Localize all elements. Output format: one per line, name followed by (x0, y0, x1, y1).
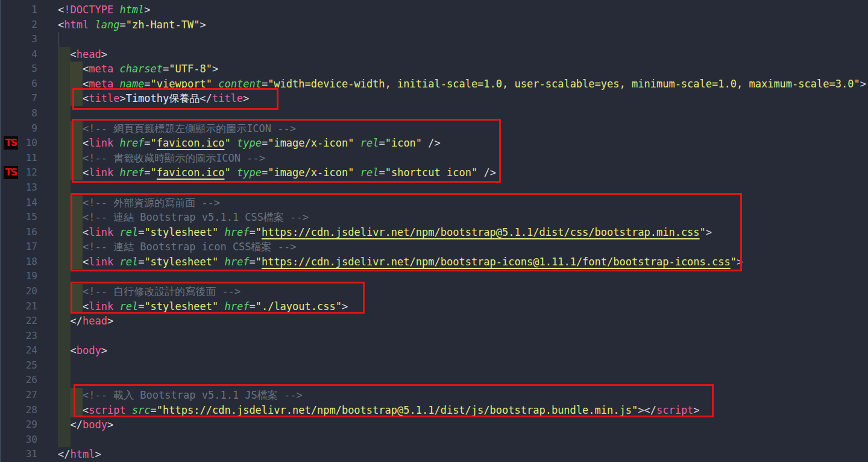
token-eq: = (119, 19, 125, 31)
line-number[interactable]: 13 (0, 180, 37, 195)
token-p: > (212, 63, 218, 75)
code-line[interactable]: 28 <script src="https://cdn.jsdelivr.net… (0, 403, 868, 418)
token-p: < (83, 166, 89, 179)
line-number[interactable]: 8 (0, 106, 37, 121)
line-number[interactable]: 2 (0, 17, 37, 33)
code-line[interactable]: 25 (0, 358, 868, 373)
line-number[interactable]: 11 (0, 151, 37, 166)
token-str: " (256, 226, 262, 238)
token-p (89, 19, 95, 31)
line-number[interactable]: 30 (0, 432, 37, 448)
code-text: <link rel="stylesheet" href="https://cdn… (58, 225, 712, 240)
token-p: > (342, 300, 348, 312)
token-txt: Timothy保養品 (126, 92, 200, 104)
code-line[interactable]: 6 <meta name="viewport" content="width=d… (0, 77, 868, 92)
code-line[interactable]: 3 (0, 32, 868, 47)
line-number[interactable]: 23 (0, 329, 37, 344)
line-number[interactable]: 1 (0, 2, 37, 17)
line-number[interactable]: 26 (0, 373, 37, 388)
code-line[interactable]: 30 (0, 432, 868, 448)
code-line[interactable]: 9 <!-- 網頁頁籤標題左側顯示的圖示ICON --> (0, 121, 868, 136)
indent-guide-block (58, 358, 71, 373)
code-line[interactable]: 27 <!-- 載入 Bootstrap v5.1.1 JS檔案 --> (0, 388, 868, 403)
token-p (113, 300, 119, 312)
code-line[interactable]: 1<!DOCTYPE html> (0, 2, 868, 17)
code-line[interactable]: 23 (0, 329, 868, 344)
code-line[interactable]: 20 <!-- 自行修改設計的寫後面 --> (0, 284, 868, 299)
code-line[interactable]: 15 <!-- 連結 Bootstrap v5.1.1 CSS檔案 --> (0, 210, 868, 225)
indent-guide-block (58, 180, 71, 195)
code-line[interactable]: 24 <body> (0, 343, 868, 358)
token-attr: rel (360, 137, 379, 149)
line-number[interactable]: 27 (0, 388, 37, 403)
code-text: <!-- 網頁頁籤標題左側顯示的圖示ICON --> (58, 121, 296, 136)
line-number[interactable]: 31 (0, 447, 37, 462)
code-line[interactable]: 10TS <link href="favicon.ico" type="imag… (0, 136, 868, 151)
line-number[interactable]: 22 (0, 314, 37, 329)
token-p: > (860, 78, 866, 90)
token-eq: = (138, 300, 144, 312)
token-p (113, 137, 119, 149)
code-line[interactable]: 12TS <link href="favicon.ico" type="imag… (0, 165, 868, 180)
token-tag: body (83, 419, 107, 431)
line-number[interactable]: 14 (0, 195, 37, 210)
token-tag: link (89, 226, 113, 238)
code-line[interactable]: 21 <link rel="stylesheet" href="./layout… (0, 299, 868, 314)
line-number[interactable]: 15 (0, 210, 37, 225)
code-line[interactable]: 11 <!-- 書籤收藏時顯示的圖示ICON --> (0, 151, 868, 166)
line-number[interactable]: 16 (0, 225, 37, 240)
code-line[interactable]: 16 <link rel="stylesheet" href="https://… (0, 225, 868, 240)
line-number[interactable]: 28 (0, 403, 37, 418)
code-text: <link rel="stylesheet" href="https://cdn… (58, 255, 743, 270)
line-number[interactable]: 6 (0, 77, 37, 92)
code-line[interactable]: 8 (0, 106, 868, 121)
code-line[interactable]: 26 (0, 373, 868, 388)
token-p (354, 137, 360, 149)
token-com: <!-- 載入 Bootstrap v5.1.1 JS檔案 --> (83, 389, 303, 401)
code-line[interactable]: 13 (0, 180, 868, 195)
line-number[interactable]: 18 (0, 255, 37, 270)
token-tag: link (89, 137, 113, 149)
token-link: favicon.ico (157, 166, 225, 179)
line-number[interactable]: 24 (0, 343, 37, 358)
line-number[interactable]: 17 (0, 239, 37, 255)
line-number[interactable]: 9 (0, 121, 37, 136)
token-str: "viewport" (151, 78, 212, 90)
token-attr: href (224, 256, 249, 268)
token-str: " (151, 166, 157, 179)
line-number[interactable]: 19 (0, 269, 37, 284)
line-number[interactable]: 25 (0, 358, 37, 373)
code-text: <!-- 載入 Bootstrap v5.1.1 JS檔案 --> (58, 388, 303, 403)
code-line[interactable]: 17 <!-- 連結 Bootstrap icon CSS檔案 --> (0, 239, 868, 255)
line-number[interactable]: 21 (0, 299, 37, 314)
code-area[interactable]: 1<!DOCTYPE html>2<html lang="zh-Hant-TW"… (0, 2, 868, 462)
line-number[interactable]: 3 (0, 32, 37, 47)
token-p (113, 166, 119, 179)
code-line[interactable]: 31</html> (0, 447, 868, 462)
code-line[interactable]: 5 <meta charset="UTF-8"> (0, 62, 868, 77)
code-line[interactable]: 22 </head> (0, 314, 868, 329)
code-line[interactable]: 18 <link rel="stylesheet" href="https://… (0, 255, 868, 270)
token-p (231, 137, 237, 149)
line-number[interactable]: 20 (0, 284, 37, 299)
token-attr: content (218, 78, 262, 90)
code-line[interactable]: 2<html lang="zh-Hant-TW"> (0, 17, 868, 33)
token-com: <!-- 自行修改設計的寫後面 --> (83, 285, 241, 297)
code-line[interactable]: 19 (0, 269, 868, 284)
line-number[interactable]: 29 (0, 417, 37, 432)
code-line[interactable]: 14 <!-- 外部資源的寫前面 --> (0, 195, 868, 210)
code-line[interactable]: 29 </body> (0, 417, 868, 432)
indent-guide-block (58, 373, 71, 388)
code-line[interactable]: 7 <title>Timothy保養品</title> (0, 91, 868, 106)
token-com: <!-- 連結 Bootstrap v5.1.1 CSS檔案 --> (83, 211, 309, 223)
line-number[interactable]: 7 (0, 91, 37, 106)
token-eq: = (138, 226, 144, 238)
token-attr: lang (95, 19, 119, 31)
token-p (218, 300, 224, 312)
token-p: > (144, 4, 150, 16)
line-number[interactable]: 5 (0, 62, 37, 77)
line-number[interactable]: 4 (0, 47, 37, 62)
indent-guide-block (58, 432, 71, 448)
code-line[interactable]: 4 <head> (0, 47, 868, 62)
token-p: < (70, 48, 76, 60)
